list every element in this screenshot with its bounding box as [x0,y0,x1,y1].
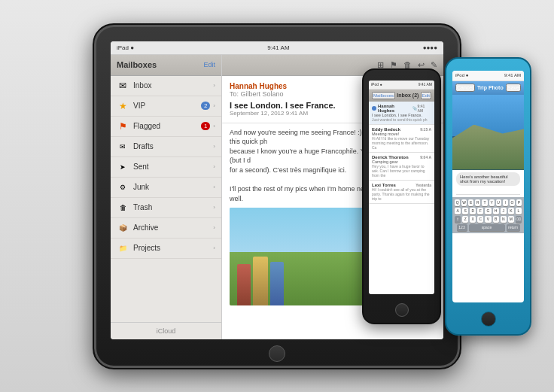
kb-key-y[interactable]: Y [489,199,495,206]
sidebar-item-inbox[interactable]: ✉ Inbox › [111,76,221,96]
kb-key-f[interactable]: F [477,208,483,214]
kb-key-s[interactable]: S [462,208,468,214]
projects-icon: 📁 [117,242,129,254]
sidebar-item-flagged[interactable]: ⚑ Flagged 1 › [111,117,221,137]
kb-key-x[interactable]: X [470,216,476,223]
touch-mail-preview-1: Just wanted to send this quick ph [372,117,431,122]
sidebar-edit-button[interactable]: Edit [203,61,215,68]
sidebar-item-projects[interactable]: 📁 Projects › [111,239,221,259]
photo-figures [237,257,284,305]
kb-key-v[interactable]: V [485,216,491,223]
ipod-touch: iPod ● 9:41 AM Mailboxes Inbox (2) Edit … [362,68,441,324]
sidebar-item-junk[interactable]: ⚙ Junk › [111,178,221,198]
vip-badge: 2 [201,102,210,110]
keyboard: Q W E R T Y U I O P A S D F G H [452,197,524,233]
kb-row-1: Q W E R T Y U I O P [453,199,523,207]
icloud-label: iCloud [111,322,221,339]
kb-key-q[interactable]: Q [455,199,460,206]
ipod-touch-home-button[interactable] [395,303,409,317]
touch-mail-list: Hannah Hughes 📎 9:41 AM I see London. I … [369,102,434,294]
text-cursor-line [456,189,520,195]
ipad-status-bar: iPad ● 9:41 AM ●●●● [111,41,443,55]
archive-arrow-icon: › [213,224,215,231]
kb-key-c[interactable]: C [477,216,483,223]
vip-arrow-icon: › [213,102,215,109]
trip-save-button[interactable]: Save [506,84,521,92]
kb-key-a[interactable]: A [455,208,461,214]
touch-mail-item-3[interactable]: Derrick Thornton 9:04 A Camping gear Hey… [369,153,434,181]
sidebar-item-vip[interactable]: ★ VIP 2 › [111,96,221,117]
kb-return-key[interactable]: return [507,224,520,231]
kb-key-k[interactable]: K [508,208,514,214]
inbox-icon: ✉ [117,80,129,92]
kb-backspace-key[interactable]: ⌫ [516,216,522,223]
ipod-touch-screen: iPod ● 9:41 AM Mailboxes Inbox (2) Edit … [369,81,434,294]
kb-key-u[interactable]: U [496,199,501,206]
trip-cancel-button[interactable]: Cancel [455,84,475,92]
sidebar-item-sent[interactable]: ➤ Sent › [111,157,221,178]
sidebar-label-vip: VIP [133,102,201,110]
kb-shift-key[interactable]: ⇧ [455,216,461,223]
sidebar-label-trash: Trash [133,203,213,211]
kb-123-key[interactable]: 123 [457,224,467,231]
kb-key-e[interactable]: E [468,199,473,206]
sidebar-title: Mailboxes [117,60,157,69]
iphone-status-right: 9:41 AM [504,73,521,77]
kb-key-z[interactable]: Z [462,216,468,223]
kb-key-w[interactable]: W [461,199,467,206]
kb-key-t[interactable]: T [482,199,487,206]
kb-key-m[interactable]: M [508,216,514,223]
touch-mailboxes-button[interactable]: Mailboxes [372,92,395,99]
touch-status-bar: iPod ● 9:41 AM [369,81,434,90]
vip-icon: ★ [117,100,129,112]
kb-key-l[interactable]: L [516,208,522,214]
touch-edit-button[interactable]: Edit [421,92,431,99]
kb-key-g[interactable]: G [485,208,491,214]
sidebar-header: Mailboxes Edit [111,55,221,76]
touch-inbox-title: Inbox (2) [397,93,419,98]
touch-mail-preview-3: Hey you, I have a huge favor to ask. Can… [372,164,431,178]
figure-1 [237,264,251,305]
kb-key-o[interactable]: O [510,199,515,206]
kb-key-d[interactable]: D [470,208,476,214]
drafts-icon: ✉ [117,141,129,153]
ipad-status-right: ●●●● [423,44,437,51]
kb-key-i[interactable]: I [503,199,508,206]
touch-mail-header: Mailboxes Inbox (2) Edit [369,90,434,102]
kb-key-n[interactable]: N [501,216,507,223]
scene: iPad ● 9:41 AM ●●●● Mailboxes Edit ✉ Inb… [0,0,554,392]
touch-mail-item-2[interactable]: Eddy Bedock 9:15 A Meeting move! Hi All!… [369,125,434,153]
kb-key-b[interactable]: B [493,216,499,223]
sidebar-item-archive[interactable]: 📦 Archive › [111,218,221,239]
touch-status-left: iPod ● [371,82,382,87]
junk-icon: ⚙ [117,181,129,193]
iphone-home-button[interactable] [481,311,496,327]
kb-key-r[interactable]: R [475,199,480,206]
kb-space-key[interactable]: space [469,224,505,231]
kb-row-4: 123 space return [453,223,523,232]
archive-icon: 📦 [117,222,129,234]
iphone-screen: iPod ● 9:41 AM Cancel Trip Photo Save He… [452,71,524,302]
sidebar-item-trash[interactable]: 🗑 Trash › [111,198,221,218]
ipad-home-button[interactable] [269,345,285,362]
kb-row-3: ⇧ Z X C V B N M ⌫ [453,215,523,223]
ipad-status-left: iPad ● [117,44,134,51]
sidebar-label-junk: Junk [133,183,213,191]
iphone: iPod ● 9:41 AM Cancel Trip Photo Save He… [445,57,531,336]
sidebar-label-inbox: Inbox [133,81,213,90]
trip-header: Cancel Trip Photo Save [452,81,524,95]
ipad-status-center: 9:41 AM [267,44,289,51]
kb-key-p[interactable]: P [516,199,522,206]
kb-key-h[interactable]: H [493,208,499,214]
touch-mail-item-4[interactable]: Lexi Torres Yesterda Hi! I couldn't see … [369,181,434,204]
sidebar-label-drafts: Drafts [133,142,213,150]
sidebar-item-drafts[interactable]: ✉ Drafts › [111,137,221,157]
trip-photo [452,95,524,170]
message-area: Here's another beautiful shot from my va… [452,170,524,197]
sidebar-label-sent: Sent [133,163,213,171]
projects-arrow-icon: › [213,245,215,251]
kb-key-j[interactable]: J [501,208,507,214]
touch-mail-item-1[interactable]: Hannah Hughes 📎 9:41 AM I see London. I … [369,102,434,125]
iphone-status-bar: iPod ● 9:41 AM [452,71,524,81]
figure-2 [253,257,268,305]
